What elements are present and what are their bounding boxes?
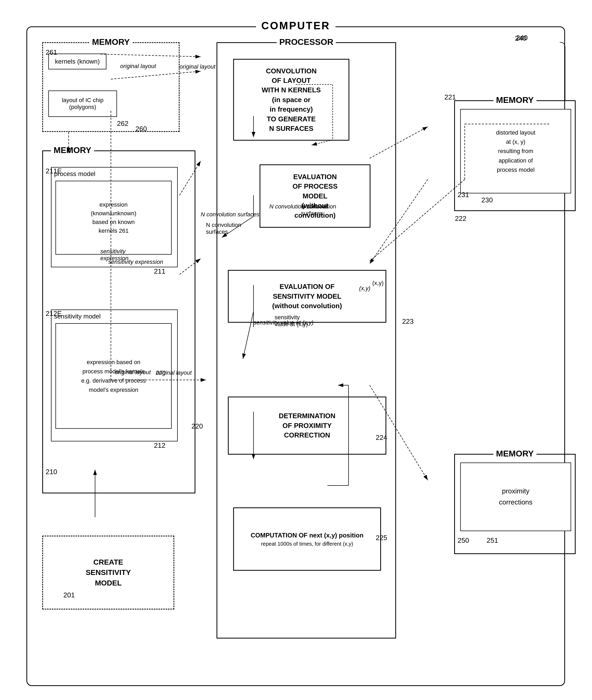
ref-211E: 211E [46, 167, 62, 175]
ref-223: 223 [402, 317, 413, 326]
ref-212: 212 [154, 441, 165, 449]
xy-text: (x,y) [372, 280, 384, 286]
n-conv-surfaces-text-2: N convolutionsurfaces [206, 222, 241, 235]
expression-box: expression (known/unknown) based on know… [55, 181, 171, 255]
memory-left-top-box: MEMORY kernels (known) layout of IC chip… [42, 42, 180, 132]
proximity-label: proximity corrections [499, 486, 532, 508]
layout-ic-label: layout of IC chip (polygons) [62, 97, 103, 111]
layout-ic-box: layout of IC chip (polygons) [48, 91, 117, 117]
original-layout-text-2: original layout [115, 369, 151, 376]
ref-224: 224 [376, 433, 387, 442]
ref-262: 262 [117, 119, 128, 128]
ref-240-floating: 240 [516, 34, 528, 42]
ref-231: 231 [458, 191, 469, 199]
computation-label: COMPUTATION OF next (x,y) position [251, 531, 363, 540]
memory-left-bottom-box: MEMORY process model expression (known/u… [42, 150, 195, 493]
ref-251: 251 [487, 536, 498, 545]
distorted-label: distorted layout at (x, y) resulting fro… [496, 128, 535, 174]
ref-210: 210 [46, 468, 57, 476]
ref-212E: 212E [46, 310, 62, 318]
ref-261: 261 [46, 48, 57, 56]
processor-box: PROCESSOR CONVOLUTION OF LAYOUT WITH N K… [216, 42, 396, 639]
computation-box: COMPUTATION OF next (x,y) position repea… [233, 507, 381, 571]
diagram-container: COMPUTER MEMORY kernels (known) layout o… [16, 10, 576, 691]
convolution-label: CONVOLUTION OF LAYOUT WITH N KERNELS (in… [262, 66, 321, 133]
create-sensitivity-box: CREATE SENSITIVITY MODEL [42, 536, 174, 609]
kernels-label: kernels (known) [55, 58, 100, 65]
memory-right-top-box: MEMORY distorted layout at (x, y) result… [454, 100, 576, 211]
ref-220-floating: 220 [191, 422, 203, 430]
eval-sensitivity-label: EVALUATION OF SENSITIVITY MODEL (without… [272, 282, 342, 311]
ref-222: 222 [455, 215, 466, 223]
sensitivity-expr-box: expression based on process model's kern… [55, 323, 171, 429]
original-layout-text-1: original layout [120, 63, 156, 70]
n-conv-surfaces-text-1: N convolutionsurfaces [301, 203, 336, 217]
sensitivity-value-text: sensitivityvalue at (x,y) [275, 314, 308, 328]
memory-right-top-label: MEMORY [494, 95, 537, 105]
memory-right-bottom-box: MEMORY proximity corrections 250 251 [454, 454, 576, 554]
eval-process-box: EVALUATION OF PROCESS MODEL (without con… [259, 164, 371, 228]
ref-225: 225 [376, 534, 387, 542]
distorted-box: distorted layout at (x, y) resulting fro… [460, 109, 571, 194]
sensitivity-expr-text: sensitivityexpression [100, 248, 128, 262]
memory-left-top-label: MEMORY [90, 37, 133, 47]
expression-label: expression (known/unknown) based on know… [91, 200, 136, 235]
arrow-original-layout-label-1: original layout [180, 63, 215, 70]
proximity-box: proximity corrections [460, 463, 571, 531]
ref-250: 250 [458, 536, 469, 545]
determination-box: DETERMINATION OF PROXIMITY CORRECTION [228, 396, 386, 454]
memory-right-bottom-label: MEMORY [494, 449, 537, 459]
ref-220: 220 [156, 369, 165, 376]
determination-label: DETERMINATION OF PROXIMITY CORRECTION [279, 411, 336, 440]
arrow-n-conv2-label: N convolution surfaces [201, 211, 259, 218]
convolution-box: CONVOLUTION OF LAYOUT WITH N KERNELS (in… [233, 59, 349, 141]
ref-211: 211 [154, 267, 165, 275]
arrow-xy-label: (x,y) [359, 285, 371, 292]
ref-201: 201 [63, 591, 75, 599]
ref-260: 260 [136, 125, 147, 133]
processor-label: PROCESSOR [277, 37, 336, 47]
sensitivity-expr-label: expression based on process model's kern… [81, 358, 146, 395]
memory-left-bottom-label: MEMORY [51, 145, 94, 155]
computation-subtext: repeat 1000s of times, for different (x,… [261, 540, 353, 547]
ref-230: 230 [481, 196, 493, 204]
create-sensitivity-label: CREATE SENSITIVITY MODEL [86, 557, 131, 588]
computer-label: COMPUTER [256, 20, 336, 32]
